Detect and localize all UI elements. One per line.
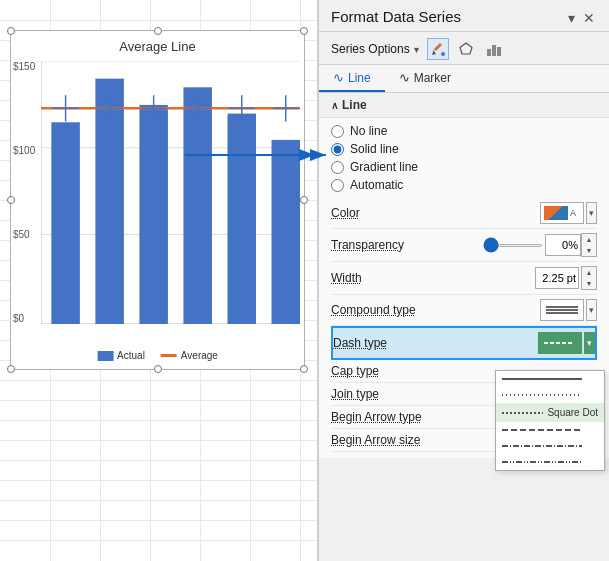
transparency-slider-container xyxy=(483,244,543,247)
section-collapse-icon: ∧ xyxy=(331,100,338,111)
width-input[interactable] xyxy=(535,267,579,289)
color-control: A ▾ xyxy=(540,202,597,224)
collapse-panel-button[interactable]: ▾ xyxy=(566,8,577,28)
y-label-50: $50 xyxy=(13,229,41,240)
no-line-radio[interactable] xyxy=(331,125,344,138)
gradient-line-radio[interactable] xyxy=(331,161,344,174)
panel-title: Format Data Series xyxy=(331,8,461,31)
bar-chart-series-icon[interactable] xyxy=(483,38,505,60)
handle-tc[interactable] xyxy=(154,27,162,35)
square-dot-label: Square Dot xyxy=(547,407,598,418)
dash-option-dash-dot[interactable] xyxy=(496,438,604,454)
chart-container[interactable]: Average Line $150 $100 $50 $0 xyxy=(10,30,305,370)
transparency-row: Transparency ▲ ▼ xyxy=(331,229,597,262)
dash-dotted-svg xyxy=(502,391,582,399)
chart-svg: Jan Feb Mar Apr May Jun xyxy=(41,61,300,324)
color-dropdown-arrow[interactable]: ▾ xyxy=(586,202,597,224)
dash-dash-dot-dot-svg xyxy=(502,458,582,466)
chart-title: Average Line xyxy=(11,39,304,54)
panel-header-icons: ▾ ✕ xyxy=(566,8,597,28)
compound-dropdown-arrow[interactable]: ▾ xyxy=(586,299,597,321)
radio-group: No line Solid line Gradient line Automat… xyxy=(331,124,597,192)
color-swatch xyxy=(544,206,568,220)
dash-square-dot-svg xyxy=(502,409,543,417)
panel-body: ∧ Line No line Solid line Gradient line xyxy=(319,93,609,561)
tabs-row: ∿ Line ∿ Marker xyxy=(319,65,609,93)
pentagon-shape-icon[interactable] xyxy=(455,38,477,60)
svg-rect-10 xyxy=(272,140,300,324)
begin-arrow-size-label: Begin Arrow size xyxy=(331,433,420,447)
no-line-label: No line xyxy=(350,124,387,138)
tab-marker[interactable]: ∿ Marker xyxy=(385,65,465,92)
dash-option-square-dot[interactable]: Square Dot xyxy=(496,403,604,422)
gradient-line-option[interactable]: Gradient line xyxy=(331,160,597,174)
dash-option-dash-dot-dot[interactable] xyxy=(496,454,604,470)
dash-icon-svg xyxy=(544,336,576,350)
handle-tl[interactable] xyxy=(7,27,15,35)
dash-option-dotted[interactable] xyxy=(496,387,604,403)
width-down[interactable]: ▼ xyxy=(582,278,596,289)
cap-type-label: Cap type xyxy=(331,364,379,378)
svg-rect-34 xyxy=(492,45,496,56)
dash-option-solid[interactable] xyxy=(496,371,604,387)
compound-type-label: Compound type xyxy=(331,303,416,317)
transparency-value-input[interactable] xyxy=(545,234,581,256)
dash-option-dashed[interactable] xyxy=(496,422,604,438)
dash-type-button[interactable] xyxy=(538,332,582,354)
solid-line-label: Solid line xyxy=(350,142,399,156)
width-up[interactable]: ▲ xyxy=(582,267,596,278)
line-section-header[interactable]: ∧ Line xyxy=(319,93,609,118)
dash-dash-dot-svg xyxy=(502,442,582,450)
svg-rect-7 xyxy=(139,105,167,324)
color-btn-text: A xyxy=(570,208,576,218)
tab-line-label: Line xyxy=(348,71,371,85)
compound-icon-svg xyxy=(546,303,578,317)
automatic-radio[interactable] xyxy=(331,179,344,192)
svg-rect-35 xyxy=(497,47,501,56)
transparency-spinner: ▲ ▼ xyxy=(581,233,597,257)
handle-br[interactable] xyxy=(300,365,308,373)
color-picker-button[interactable]: A xyxy=(540,202,584,224)
compound-type-button[interactable] xyxy=(540,299,584,321)
legend-actual-label: Actual xyxy=(117,350,145,361)
handle-bl[interactable] xyxy=(7,365,15,373)
marker-wave-icon: ∿ xyxy=(399,70,410,85)
series-options-dropdown-icon[interactable]: ▾ xyxy=(414,44,419,55)
dash-type-label: Dash type xyxy=(333,336,387,350)
line-wave-icon: ∿ xyxy=(333,70,344,85)
dash-type-control: ▾ xyxy=(538,332,595,354)
color-label: Color xyxy=(331,206,360,220)
series-icons xyxy=(427,38,505,60)
compound-type-control: ▾ xyxy=(540,299,597,321)
legend-average-color xyxy=(161,354,177,357)
width-spinner: ▲ ▼ xyxy=(581,266,597,290)
join-type-label: Join type xyxy=(331,387,379,401)
tab-line[interactable]: ∿ Line xyxy=(319,65,385,92)
handle-tr[interactable] xyxy=(300,27,308,35)
close-panel-button[interactable]: ✕ xyxy=(581,8,597,28)
paint-bucket-icon[interactable] xyxy=(427,38,449,60)
dash-dropdown-arrow[interactable]: ▾ xyxy=(584,332,595,354)
dash-solid-svg xyxy=(502,375,582,383)
legend-average-label: Average xyxy=(181,350,218,361)
width-label: Width xyxy=(331,271,362,285)
svg-rect-5 xyxy=(51,122,79,324)
solid-line-option[interactable]: Solid line xyxy=(331,142,597,156)
svg-rect-33 xyxy=(487,49,491,56)
transparency-down[interactable]: ▼ xyxy=(582,245,596,256)
solid-line-radio[interactable] xyxy=(331,143,344,156)
y-label-0: $0 xyxy=(13,313,41,324)
tab-marker-label: Marker xyxy=(414,71,451,85)
gradient-line-label: Gradient line xyxy=(350,160,418,174)
transparency-slider[interactable] xyxy=(483,244,543,247)
automatic-option[interactable]: Automatic xyxy=(331,178,597,192)
no-line-option[interactable]: No line xyxy=(331,124,597,138)
series-options-row: Series Options ▾ xyxy=(319,32,609,65)
spreadsheet-area: Average Line $150 $100 $50 $0 xyxy=(0,0,318,561)
handle-bc[interactable] xyxy=(154,365,162,373)
transparency-up[interactable]: ▲ xyxy=(582,234,596,245)
svg-rect-8 xyxy=(183,87,211,324)
y-label-100: $100 xyxy=(13,145,41,156)
legend-average: Average xyxy=(161,350,218,361)
dash-type-dropdown[interactable]: Square Dot xyxy=(495,370,605,471)
